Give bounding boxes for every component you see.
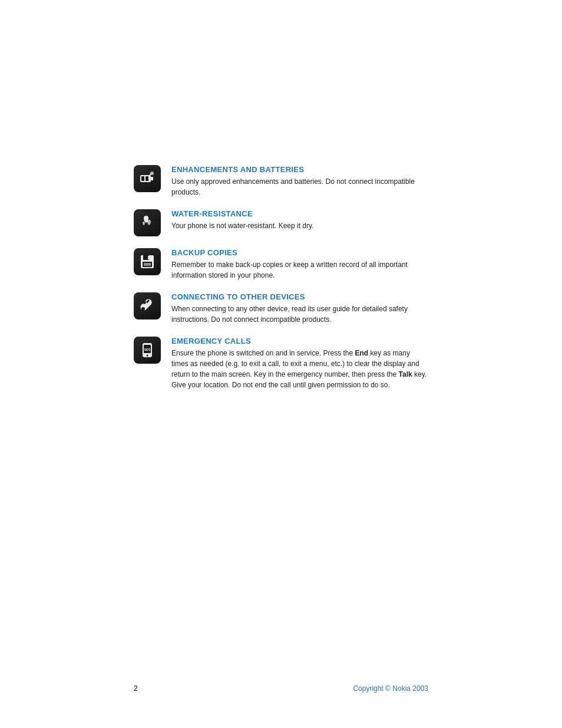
svg-point-16	[147, 355, 148, 357]
svg-point-11	[141, 307, 145, 311]
enhancements-text-block: ENHANCEMENTS AND BATTERIES Use only appr…	[171, 165, 428, 197]
water-icon	[134, 209, 161, 236]
enhancements-body: Use only approved enhancements and batte…	[171, 176, 428, 197]
connecting-text-block: CONNECTING TO OTHER DEVICES When connect…	[171, 292, 428, 325]
water-body: Your phone is not water-resistant. Keep …	[171, 220, 428, 231]
emergency-body: Ensure the phone is switched on and in s…	[171, 348, 428, 390]
section-enhancements: ENHANCEMENTS AND BATTERIES Use only appr…	[134, 165, 428, 197]
svg-line-5	[150, 174, 151, 175]
section-emergency: SOS EMERGENCY CALLS Ensure the phone is …	[134, 337, 428, 390]
svg-rect-1	[151, 177, 153, 180]
battery-icon	[134, 165, 161, 192]
emergency-title: EMERGENCY CALLS	[171, 337, 428, 345]
content-area: ENHANCEMENTS AND BATTERIES Use only appr…	[134, 35, 428, 390]
enhancements-title: ENHANCEMENTS AND BATTERIES	[171, 165, 428, 174]
backup-text-block: BACKUP COPIES Remember to make back-up c…	[171, 248, 428, 281]
svg-rect-10	[144, 263, 151, 266]
backup-icon	[134, 248, 161, 275]
section-backup: BACKUP COPIES Remember to make back-up c…	[134, 248, 428, 281]
connecting-title: CONNECTING TO OTHER DEVICES	[171, 292, 428, 301]
emergency-text-block: EMERGENCY CALLS Ensure the phone is swit…	[171, 337, 428, 390]
connecting-icon	[134, 292, 161, 319]
svg-text:SOS: SOS	[144, 348, 151, 351]
footer: 2 Copyright © Nokia 2003	[0, 684, 562, 693]
section-connecting: CONNECTING TO OTHER DEVICES When connect…	[134, 292, 428, 325]
backup-title: BACKUP COPIES	[171, 248, 428, 257]
water-title: WATER-RESISTANCE	[171, 209, 428, 218]
water-text-block: WATER-RESISTANCE Your phone is not water…	[171, 209, 428, 231]
page: ENHANCEMENTS AND BATTERIES Use only appr…	[0, 0, 562, 728]
svg-rect-2	[141, 176, 144, 181]
svg-rect-8	[148, 256, 149, 259]
connecting-body: When connecting to any other device, rea…	[171, 304, 428, 325]
sos-icon: SOS	[134, 337, 161, 364]
backup-body: Remember to make back-up copies or keep …	[171, 259, 428, 281]
section-water: WATER-RESISTANCE Your phone is not water…	[134, 209, 428, 236]
copyright-text: Copyright © Nokia 2003	[353, 684, 428, 693]
svg-rect-3	[146, 176, 148, 181]
page-number: 2	[134, 684, 138, 693]
